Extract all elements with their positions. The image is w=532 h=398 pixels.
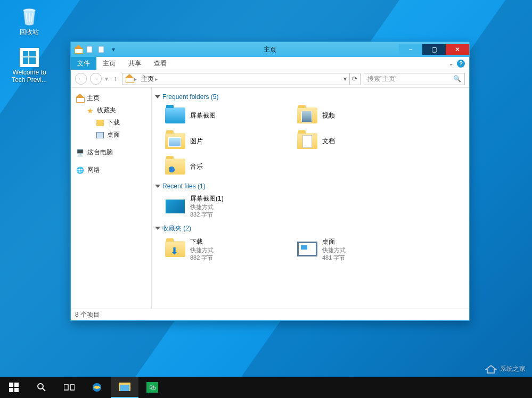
svg-rect-5 xyxy=(29,57,36,64)
svg-rect-10 xyxy=(9,388,13,392)
desktop-icon-label: 回收站 xyxy=(20,29,39,36)
svg-line-13 xyxy=(43,388,45,391)
explorer-window: ▾ 主页 − ▢ ✕ 文件 主页 共享 查看 ⌄ ? ← → ▾ ↑ xyxy=(70,42,470,321)
taskbar-taskview-button[interactable] xyxy=(55,377,83,398)
nav-item-desktop[interactable]: 桌面 xyxy=(73,129,149,141)
nav-item-this-pc[interactable]: 🖥️这台电脑 xyxy=(73,146,149,159)
help-icon[interactable]: ? xyxy=(457,60,465,68)
svg-rect-3 xyxy=(29,51,36,56)
ribbon-tab-share[interactable]: 共享 xyxy=(122,57,148,70)
svg-rect-4 xyxy=(23,57,28,64)
folder-tile-pictures[interactable]: 图片 xyxy=(162,128,294,154)
desktop-icon xyxy=(297,242,317,256)
folder-tile-videos[interactable]: 视频 xyxy=(294,103,427,128)
title-bar[interactable]: ▾ 主页 − ▢ ✕ xyxy=(71,42,469,57)
navigation-pane: 主页 ★收藏夹 下载 桌面 🖥️这台电脑 🌐网络 xyxy=(71,88,152,309)
svg-rect-8 xyxy=(9,383,13,387)
maximize-button[interactable]: ▢ xyxy=(422,44,446,55)
windows-logo-icon xyxy=(18,46,41,69)
refresh-button[interactable]: ⟳ xyxy=(349,73,359,85)
pc-icon: 🖥️ xyxy=(76,149,84,156)
group-header-favorites[interactable]: 收藏夹 (2) xyxy=(154,221,469,235)
svg-rect-15 xyxy=(70,385,75,390)
star-icon: ★ xyxy=(87,106,94,115)
qat-home-icon[interactable] xyxy=(73,44,84,55)
address-bar[interactable]: ▸ 主页 ▸ ▾ ⟳ xyxy=(122,73,361,85)
nav-item-favorites[interactable]: ★收藏夹 xyxy=(73,104,149,117)
folder-icon xyxy=(96,120,104,126)
desktop-icon-welcome[interactable]: Welcome to Tech Previ... xyxy=(10,46,49,84)
ribbon-tab-home[interactable]: 主页 xyxy=(96,57,122,70)
ribbon-tab-view[interactable]: 查看 xyxy=(148,57,173,70)
breadcrumb-item[interactable]: 主页 ▸ xyxy=(139,74,160,84)
start-button[interactable] xyxy=(0,377,28,398)
ribbon-tabs: 文件 主页 共享 查看 ⌄ ? xyxy=(71,57,469,70)
close-button[interactable]: ✕ xyxy=(446,44,469,55)
nav-history-dropdown[interactable]: ▾ xyxy=(105,75,108,82)
svg-rect-7 xyxy=(99,46,104,53)
ribbon-tab-file[interactable]: 文件 xyxy=(71,57,96,70)
folder-tile-music[interactable]: 音乐 xyxy=(162,154,294,179)
nav-item-downloads[interactable]: 下载 xyxy=(73,117,149,129)
search-box[interactable]: 🔍 xyxy=(364,73,465,85)
desktop-wallpaper[interactable]: 回收站 Welcome to Tech Previ... ▾ 主页 − ▢ ✕ xyxy=(0,0,532,398)
file-tile-downloads[interactable]: 下载快捷方式882 字节 xyxy=(162,235,294,264)
folder-icon xyxy=(297,133,317,149)
folder-icon xyxy=(297,107,317,123)
nav-back-button[interactable]: ← xyxy=(75,73,87,85)
breadcrumb-home[interactable]: ▸ xyxy=(124,76,139,82)
status-text: 8 个项目 xyxy=(75,310,100,319)
qat-properties-icon[interactable] xyxy=(85,44,95,55)
nav-up-button[interactable]: ↑ xyxy=(111,75,119,82)
content-pane[interactable]: Frequent folders (5) 屏幕截图 视频 图片 文档 音乐 Re… xyxy=(152,88,469,309)
search-icon: 🔍 xyxy=(453,75,461,82)
network-icon: 🌐 xyxy=(76,167,84,174)
nav-forward-button[interactable]: → xyxy=(90,73,102,85)
folder-icon xyxy=(165,133,185,149)
file-tile-screenshot1[interactable]: 屏幕截图(1)快捷方式832 字节 xyxy=(162,192,294,221)
file-tile-desktop[interactable]: 桌面快捷方式481 字节 xyxy=(294,235,427,264)
thumbnail-icon xyxy=(165,199,185,214)
qat-newfolder-icon[interactable] xyxy=(96,44,107,55)
folder-icon xyxy=(165,241,185,257)
svg-rect-14 xyxy=(64,385,68,390)
desktop-icon-recycle-bin[interactable]: 回收站 xyxy=(10,5,49,36)
folder-icon xyxy=(165,159,185,175)
collapse-icon xyxy=(155,185,160,188)
folder-icon xyxy=(165,107,185,123)
watermark: 系统之家 xyxy=(485,363,526,375)
address-dropdown-icon[interactable]: ▾ xyxy=(340,73,349,85)
collapse-icon xyxy=(155,95,160,98)
taskbar[interactable]: 🛍 xyxy=(0,377,532,398)
minimize-button[interactable]: − xyxy=(399,44,422,55)
address-bar-row: ← → ▾ ↑ ▸ 主页 ▸ ▾ ⟳ 🔍 xyxy=(71,70,469,88)
svg-point-12 xyxy=(38,384,43,389)
desktop-icon xyxy=(96,132,104,138)
svg-rect-6 xyxy=(87,46,92,53)
folder-tile-screenshots[interactable]: 屏幕截图 xyxy=(162,103,294,128)
taskbar-search-button[interactable] xyxy=(28,377,55,398)
nav-item-network[interactable]: 🌐网络 xyxy=(73,164,149,176)
status-bar: 8 个项目 xyxy=(71,309,469,320)
taskbar-ie-button[interactable] xyxy=(83,377,111,398)
collapse-icon xyxy=(155,227,160,230)
folder-tile-documents[interactable]: 文档 xyxy=(294,128,427,154)
search-input[interactable] xyxy=(367,75,453,82)
group-header-frequent[interactable]: Frequent folders (5) xyxy=(154,90,469,103)
qat-dropdown-icon[interactable]: ▾ xyxy=(108,44,119,55)
svg-rect-2 xyxy=(23,51,28,56)
svg-rect-9 xyxy=(14,383,19,387)
taskbar-explorer-button[interactable] xyxy=(111,377,138,398)
ribbon-expand-icon[interactable]: ⌄ xyxy=(448,60,454,67)
desktop-icon-label: Welcome to Tech Previ... xyxy=(10,69,49,84)
svg-rect-11 xyxy=(14,388,19,392)
group-header-recent[interactable]: Recent files (1) xyxy=(154,179,469,192)
taskbar-store-button[interactable]: 🛍 xyxy=(138,377,166,398)
nav-item-home[interactable]: 主页 xyxy=(73,92,149,104)
recycle-bin-icon xyxy=(18,5,41,29)
